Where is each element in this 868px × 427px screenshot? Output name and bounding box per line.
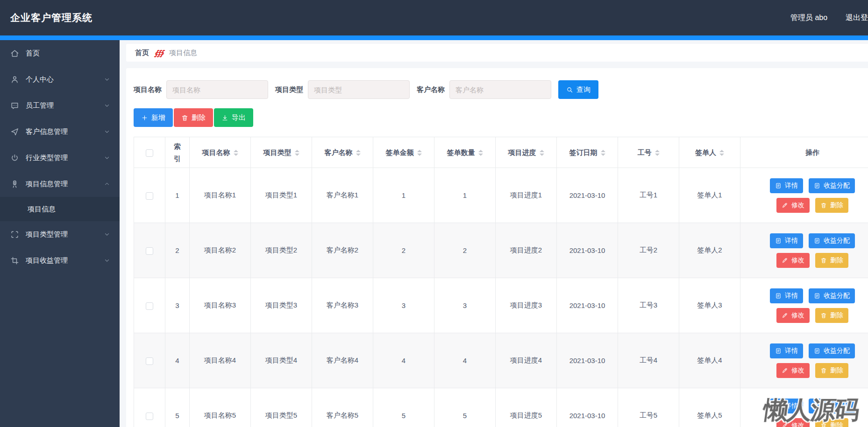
delete-button[interactable]: 删除 [815, 253, 848, 268]
edit-button[interactable]: 修改 [776, 253, 810, 268]
cell-amount: 5 [373, 388, 434, 427]
row-actions: 详情收益分配修改删除 [758, 399, 867, 427]
row-checkbox[interactable] [146, 413, 153, 420]
header-cell-date[interactable]: 签订日期 [557, 137, 618, 168]
delete-button[interactable]: 删除 [815, 418, 848, 427]
project-name-input[interactable] [166, 80, 268, 99]
cell-job_no: 工号1 [618, 168, 679, 223]
header-cell-job_no[interactable]: 工号 [618, 137, 679, 168]
header-cell-index: 索引 [165, 137, 190, 168]
trash-icon [181, 114, 188, 121]
delete-button[interactable]: 删除 [815, 198, 848, 213]
detail-button[interactable]: 详情 [770, 399, 803, 413]
row-checkbox[interactable] [146, 302, 153, 310]
edit-button[interactable]: 修改 [776, 363, 810, 378]
profit-assign-button[interactable]: 收益分配 [809, 233, 855, 248]
home-icon [10, 49, 19, 58]
sidebar-item[interactable]: 项目收益管理 [0, 247, 120, 273]
delete-button[interactable]: 删除 [815, 308, 848, 323]
edit-button[interactable]: 修改 [776, 418, 810, 427]
header-cell-quantity[interactable]: 签单数量 [434, 137, 496, 168]
file-icon [775, 403, 782, 409]
row-checkbox[interactable] [146, 357, 153, 365]
header-cell-progress[interactable]: 项目进度 [496, 137, 557, 168]
edit-button[interactable]: 修改 [776, 308, 810, 323]
export-button[interactable]: 导出 [214, 108, 253, 127]
sidebar-item[interactable]: 项目类型管理 [0, 221, 120, 247]
project-type-label: 项目类型 [275, 85, 303, 94]
cell-quantity: 2 [434, 223, 496, 278]
plus-icon [141, 114, 148, 121]
delete-button[interactable]: 删除 [174, 108, 213, 127]
header-cell-type[interactable]: 项目类型 [251, 137, 312, 168]
sidebar-item[interactable]: 个人中心 [0, 66, 120, 92]
cell-name: 项目名称4 [190, 333, 251, 388]
sidebar-item-label: 员工管理 [26, 101, 54, 110]
chat-icon [10, 101, 19, 110]
edit-button-label: 修改 [791, 311, 804, 320]
file-icon [775, 293, 782, 299]
export-button-label: 导出 [232, 113, 246, 122]
header-cell-amount[interactable]: 签单金额 [373, 137, 434, 168]
detail-button[interactable]: 详情 [770, 343, 803, 358]
edit-button-label: 修改 [791, 366, 804, 375]
delete-button-label: 删除 [192, 113, 206, 122]
sidebar-subitem[interactable]: 项目信息 [0, 197, 120, 221]
sidebar-item[interactable]: 客户信息管理 [0, 119, 120, 145]
cell-index: 3 [165, 278, 190, 333]
file-icon [814, 182, 820, 189]
sidebar-item[interactable]: 首页 [0, 40, 120, 66]
logout-button[interactable]: 退出登录 [846, 13, 868, 23]
sidebar-menu: 首页个人中心员工管理客户信息管理行业类型管理项目信息管理项目信息项目类型管理项目… [0, 40, 120, 427]
profit-assign-button[interactable]: 收益分配 [809, 399, 855, 413]
cell-checkbox [134, 278, 165, 333]
cell-ops: 详情收益分配修改删除 [740, 223, 868, 278]
profit-assign-button[interactable]: 收益分配 [809, 343, 855, 358]
cell-progress: 项目进度3 [496, 278, 557, 333]
cell-checkbox [134, 168, 165, 223]
sidebar-item[interactable]: 项目信息管理 [0, 171, 120, 197]
sort-caret-icon [356, 150, 361, 156]
profit-assign-button[interactable]: 收益分配 [809, 288, 855, 303]
delete-button[interactable]: 删除 [815, 363, 848, 378]
sidebar-item[interactable]: 行业类型管理 [0, 145, 120, 171]
content-area: 首页 ∰ 项目信息 项目名称 项目类型 客户名称 查询 新增 [120, 40, 868, 427]
header-cell-customer[interactable]: 客户名称 [312, 137, 373, 168]
project-name-label: 项目名称 [134, 85, 162, 94]
cell-ops: 详情收益分配修改删除 [740, 333, 868, 388]
edit-button[interactable]: 修改 [776, 198, 810, 213]
row-checkbox[interactable] [146, 247, 153, 255]
cell-type: 项目类型3 [251, 278, 312, 333]
chevron-up-icon [104, 181, 110, 187]
cell-index: 1 [165, 168, 190, 223]
power-icon [10, 154, 19, 162]
sidebar-item-label: 项目收益管理 [26, 256, 68, 265]
delete-button-label: 删除 [830, 311, 843, 320]
sidebar-item[interactable]: 员工管理 [0, 92, 120, 119]
header-cell-name[interactable]: 项目名称 [190, 137, 251, 168]
cell-checkbox [134, 388, 165, 427]
cell-signer: 签单人2 [679, 223, 740, 278]
select-all-checkbox[interactable] [146, 149, 153, 157]
detail-button[interactable]: 详情 [770, 288, 803, 303]
profit-assign-button-label: 收益分配 [824, 182, 850, 190]
admin-user-menu[interactable]: 管理员 abo [790, 13, 827, 23]
cell-checkbox [134, 333, 165, 388]
search-icon [566, 86, 573, 93]
cell-date: 2021-03-10 [557, 168, 618, 223]
query-button[interactable]: 查询 [558, 80, 598, 99]
cell-date: 2021-03-10 [557, 223, 618, 278]
row-checkbox[interactable] [146, 192, 153, 200]
cell-progress: 项目进度4 [496, 333, 557, 388]
profit-assign-button[interactable]: 收益分配 [809, 178, 855, 193]
column-label: 项目名称 [202, 148, 230, 156]
app-title: 企业客户管理系统 [10, 11, 92, 24]
detail-button[interactable]: 详情 [770, 178, 803, 193]
project-type-input[interactable] [308, 80, 410, 99]
customer-name-input[interactable] [449, 80, 551, 99]
header-cell-signer[interactable]: 签单人 [679, 137, 740, 168]
mic-icon [10, 180, 19, 189]
breadcrumb-home-link[interactable]: 首页 [135, 49, 149, 57]
detail-button[interactable]: 详情 [770, 233, 803, 248]
add-button[interactable]: 新增 [134, 108, 173, 127]
